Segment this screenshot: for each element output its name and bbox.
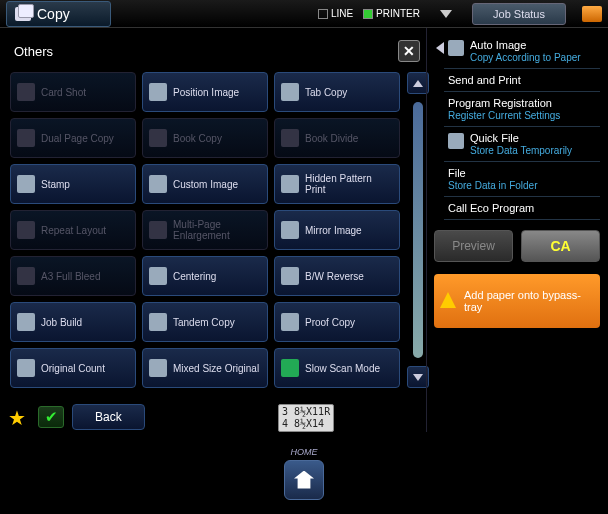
option-label: Stamp: [41, 179, 70, 190]
option-hidden-pattern-print[interactable]: Hidden Pattern Print: [274, 164, 400, 204]
option-centering[interactable]: Centering: [142, 256, 268, 296]
option-label: Book Copy: [173, 133, 222, 144]
status-indicators: LINE PRINTER Job Status: [318, 3, 602, 25]
option-label: Job Build: [41, 317, 82, 328]
others-panel: Others ✕ Card ShotPosition ImageTab Copy…: [0, 28, 430, 432]
option-repeat-layout: Repeat Layout: [10, 210, 136, 250]
option-icon: [149, 129, 167, 147]
favorite-icon[interactable]: ★: [8, 406, 30, 428]
option-label: Repeat Layout: [41, 225, 106, 236]
option-proof-copy[interactable]: Proof Copy: [274, 302, 400, 342]
option-multi-page-enlargement: Multi-Page Enlargement: [142, 210, 268, 250]
line-label: LINE: [331, 8, 353, 19]
action-send-and-print[interactable]: Send and Print: [444, 69, 600, 92]
action-quick-file[interactable]: Quick FileStore Data Temporarily: [444, 127, 600, 162]
option-mixed-size-original[interactable]: Mixed Size Original: [142, 348, 268, 388]
action-icon: [448, 40, 464, 56]
action-title: Quick File: [470, 132, 572, 144]
option-icon: [281, 83, 299, 101]
option-icon: [17, 129, 35, 147]
option-tab-copy[interactable]: Tab Copy: [274, 72, 400, 112]
home-icon: [294, 471, 314, 489]
option-icon: [149, 83, 167, 101]
action-title: Send and Print: [448, 74, 521, 86]
mode-tab-copy[interactable]: Copy: [6, 1, 111, 27]
scroll-track[interactable]: [413, 102, 423, 358]
option-custom-image[interactable]: Custom Image: [142, 164, 268, 204]
option-book-copy: Book Copy: [142, 118, 268, 158]
option-a3-full-bleed: A3 Full Bleed: [10, 256, 136, 296]
option-position-image[interactable]: Position Image: [142, 72, 268, 112]
option-label: Tab Copy: [305, 87, 347, 98]
option-job-build[interactable]: Job Build: [10, 302, 136, 342]
option-stamp[interactable]: Stamp: [10, 164, 136, 204]
home-label: HOME: [291, 447, 318, 457]
option-icon: [281, 129, 299, 147]
option-label: Centering: [173, 271, 216, 282]
guide-icon[interactable]: [582, 6, 602, 22]
printer-icon: [363, 9, 373, 19]
option-label: B/W Reverse: [305, 271, 364, 282]
action-auto-image[interactable]: Auto ImageCopy According to Paper: [444, 34, 600, 69]
option-label: Dual Page Copy: [41, 133, 114, 144]
tray-line-4: 4 8½X14: [282, 418, 330, 430]
action-subtitle: Store Data in Folder: [448, 180, 538, 191]
option-icon: [281, 175, 299, 193]
tray-info[interactable]: 3 8½X11R 4 8½X14: [278, 404, 334, 432]
action-title: Auto Image: [470, 39, 581, 51]
action-subtitle: Copy According to Paper: [470, 52, 581, 63]
option-label: Custom Image: [173, 179, 238, 190]
action-title: Program Registration: [448, 97, 560, 109]
option-label: Position Image: [173, 87, 239, 98]
option-icon: [17, 175, 35, 193]
option-label: Mirror Image: [305, 225, 362, 236]
dropdown-icon[interactable]: [440, 10, 452, 18]
option-icon: [281, 313, 299, 331]
line-indicator: LINE: [318, 8, 353, 19]
chevron-up-icon: [413, 80, 423, 87]
option-tandem-copy[interactable]: Tandem Copy: [142, 302, 268, 342]
action-subtitle: Store Data Temporarily: [470, 145, 572, 156]
option-icon: [149, 267, 167, 285]
option-icon: [281, 359, 299, 377]
option-icon: [17, 359, 35, 377]
back-button[interactable]: Back: [72, 404, 145, 430]
option-original-count[interactable]: Original Count: [10, 348, 136, 388]
options-grid: Card ShotPosition ImageTab CopyDual Page…: [10, 72, 400, 388]
option-label: Mixed Size Original: [173, 363, 259, 374]
action-panel: Auto ImageCopy According to PaperSend an…: [430, 28, 608, 432]
chevron-down-icon: [413, 374, 423, 381]
option-label: Proof Copy: [305, 317, 355, 328]
option-label: Book Divide: [305, 133, 358, 144]
copy-icon: [15, 7, 31, 21]
option-icon: [149, 221, 167, 239]
job-status-button[interactable]: Job Status: [472, 3, 566, 25]
home-bar: HOME: [0, 432, 608, 514]
action-title: Call Eco Program: [448, 202, 534, 214]
option-icon: [149, 313, 167, 331]
option-mirror-image[interactable]: Mirror Image: [274, 210, 400, 250]
option-dual-page-copy: Dual Page Copy: [10, 118, 136, 158]
option-icon: [17, 221, 35, 239]
option-b-w-reverse[interactable]: B/W Reverse: [274, 256, 400, 296]
option-book-divide: Book Divide: [274, 118, 400, 158]
warning-box[interactable]: Add paper onto bypass-tray: [434, 274, 600, 328]
preview-button[interactable]: Preview: [434, 230, 513, 262]
option-slow-scan-mode[interactable]: Slow Scan Mode: [274, 348, 400, 388]
printer-indicator: PRINTER: [363, 8, 420, 19]
option-label: Card Shot: [41, 87, 86, 98]
action-call-eco-program[interactable]: Call Eco Program: [444, 197, 600, 220]
action-file[interactable]: FileStore Data in Folder: [444, 162, 600, 197]
confirm-button[interactable]: ✔: [38, 406, 64, 428]
option-icon: [17, 83, 35, 101]
collapse-icon[interactable]: [436, 42, 444, 54]
option-icon: [17, 313, 35, 331]
action-program-registration[interactable]: Program RegistrationRegister Current Set…: [444, 92, 600, 127]
option-label: Slow Scan Mode: [305, 363, 380, 374]
action-icon: [448, 133, 464, 149]
option-icon: [149, 359, 167, 377]
close-button[interactable]: ✕: [398, 40, 420, 62]
action-title: File: [448, 167, 538, 179]
ca-button[interactable]: CA: [521, 230, 600, 262]
home-button[interactable]: [284, 460, 324, 500]
